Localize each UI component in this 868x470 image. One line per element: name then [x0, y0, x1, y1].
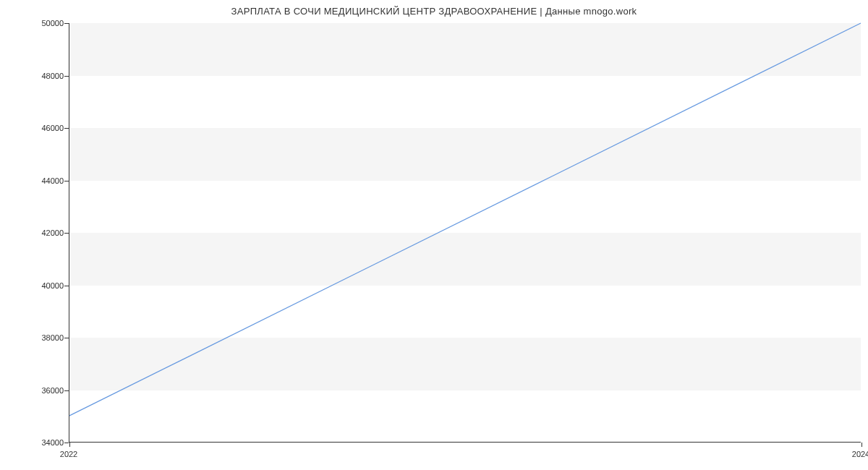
y-axis-label: 38000 [41, 333, 64, 342]
y-tick [64, 390, 69, 391]
y-axis-label: 42000 [41, 228, 64, 237]
x-axis-label: 2022 [60, 450, 77, 458]
y-tick [64, 233, 69, 234]
y-axis-label: 46000 [41, 124, 64, 132]
y-axis-label: 34000 [41, 438, 64, 447]
x-axis-label: 2024 [852, 450, 868, 458]
y-axis-label: 50000 [41, 19, 64, 27]
plot-area [69, 23, 861, 443]
chart-line [69, 23, 861, 442]
y-axis-label: 48000 [41, 72, 64, 80]
y-tick [64, 443, 69, 443]
y-tick [64, 23, 69, 24]
y-tick [64, 286, 69, 286]
y-axis-label: 36000 [41, 386, 64, 395]
y-tick [64, 76, 69, 77]
y-tick [64, 338, 69, 338]
chart-title: ЗАРПЛАТА В СОЧИ МЕДИЦИНСКИЙ ЦЕНТР ЗДРАВО… [0, 6, 868, 17]
x-tick [861, 443, 862, 447]
y-tick [64, 128, 69, 129]
y-axis-label: 44000 [41, 176, 64, 185]
y-axis-label: 40000 [41, 281, 64, 290]
y-tick [64, 181, 69, 181]
x-tick [69, 443, 70, 447]
